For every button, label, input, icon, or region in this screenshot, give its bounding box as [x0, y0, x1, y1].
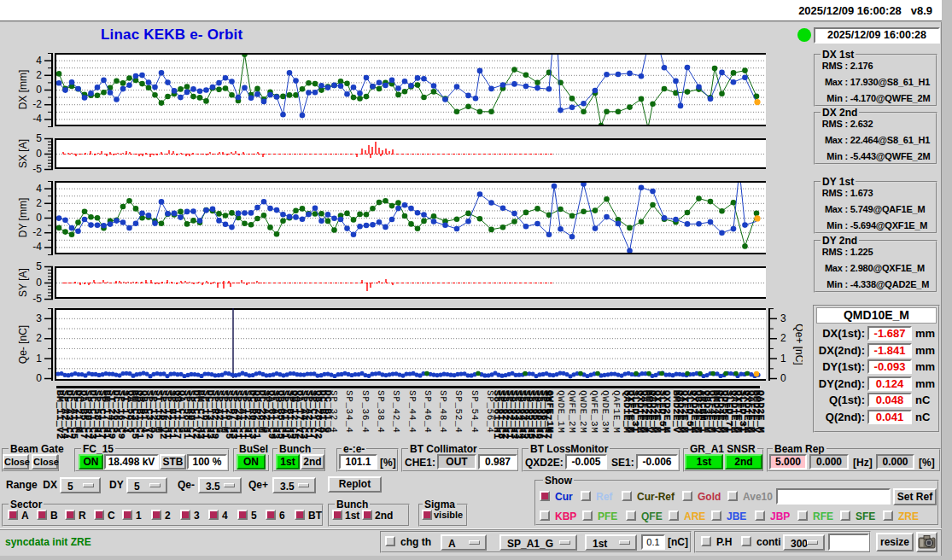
svg-text:QWDE_1M: QWDE_1M — [556, 390, 566, 433]
svg-text:DX [mm]: DX [mm] — [17, 70, 29, 110]
svg-text:2: 2 — [780, 332, 786, 344]
svg-text:0: 0 — [36, 212, 42, 224]
svg-text:-5: -5 — [32, 163, 42, 175]
svg-text:Qe- [nC]: Qe- [nC] — [17, 325, 29, 364]
svg-text:0: 0 — [36, 148, 42, 160]
svg-text:SP_34_4: SP_34_4 — [344, 390, 354, 433]
svg-text:1: 1 — [36, 353, 42, 365]
svg-text:3: 3 — [36, 312, 42, 324]
svg-text:SX [A]: SX [A] — [17, 139, 29, 168]
svg-text:QWDE_3M: QWDE_3M — [600, 390, 610, 433]
svg-text:QWFE_3M: QWFE_3M — [589, 390, 599, 433]
svg-text:QAF1E_M: QAF1E_M — [611, 390, 622, 433]
svg-text:Qe+ [nC]: Qe+ [nC] — [793, 324, 803, 365]
svg-text:2: 2 — [36, 197, 42, 209]
svg-text:SP_48_4: SP_48_4 — [438, 390, 448, 433]
svg-text:DY [mm]: DY [mm] — [17, 198, 29, 237]
svg-text:QWDE_2M: QWDE_2M — [578, 390, 588, 433]
svg-text:SY [A]: SY [A] — [17, 268, 29, 297]
svg-text:SP_44_4: SP_44_4 — [407, 390, 418, 433]
svg-text:0: 0 — [36, 84, 42, 96]
svg-text:SP_54_4: SP_54_4 — [470, 390, 480, 433]
svg-text:1: 1 — [780, 353, 786, 365]
svg-text:QWFE_2M: QWFE_2M — [567, 390, 577, 433]
svg-text:QWFE_1M: QWFE_1M — [545, 390, 555, 433]
svg-text:5: 5 — [36, 260, 42, 272]
svg-text:0: 0 — [780, 372, 786, 384]
svg-text:4: 4 — [36, 183, 42, 195]
svg-text:4: 4 — [36, 55, 42, 67]
svg-text:-2: -2 — [32, 226, 42, 238]
svg-text:SP_42_4: SP_42_4 — [391, 390, 401, 433]
svg-text:-5: -5 — [32, 293, 42, 305]
svg-text:2: 2 — [36, 332, 42, 344]
svg-text:SP_32_4: SP_32_4 — [329, 390, 339, 433]
svg-text:SP_36_4: SP_36_4 — [360, 390, 371, 433]
svg-text:-2: -2 — [32, 98, 42, 110]
svg-text:0: 0 — [36, 277, 42, 289]
svg-text:QAD2E_M: QAD2E_M — [756, 390, 766, 433]
svg-text:SP_46_4: SP_46_4 — [423, 390, 433, 433]
svg-text:-4: -4 — [32, 241, 42, 253]
svg-text:SP_52_4: SP_52_4 — [453, 390, 464, 433]
svg-text:3: 3 — [780, 312, 786, 324]
svg-text:5: 5 — [36, 132, 42, 144]
svg-text:QXD2E_M: QXD2E_M — [662, 390, 672, 433]
svg-text:-4: -4 — [32, 113, 42, 125]
svg-text:2: 2 — [36, 69, 42, 81]
svg-text:SP_38_4: SP_38_4 — [376, 390, 386, 433]
svg-text:0: 0 — [36, 372, 42, 384]
